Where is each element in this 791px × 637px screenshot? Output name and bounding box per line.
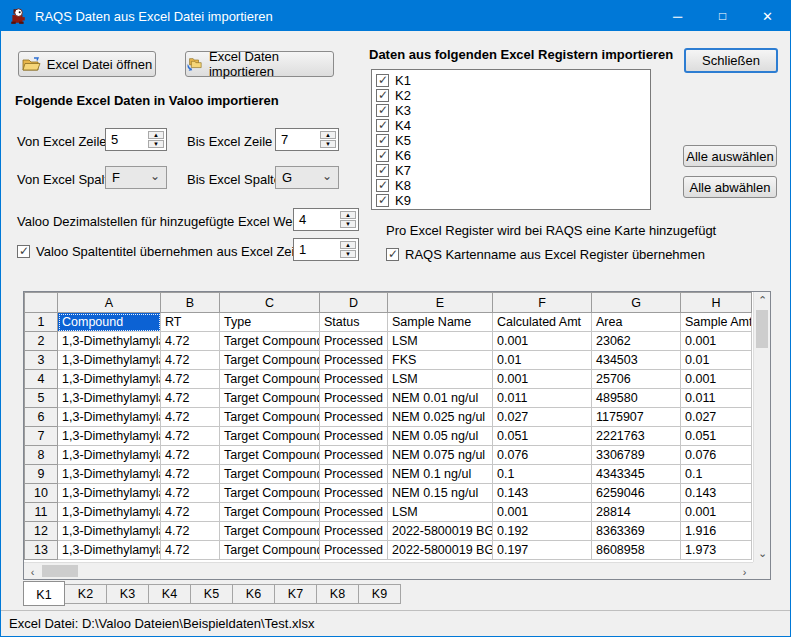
row-header-9[interactable]: 9 bbox=[25, 465, 58, 484]
checkbox-icon[interactable] bbox=[376, 89, 389, 102]
minimize-button[interactable]: ─ bbox=[655, 1, 700, 31]
grid-cell[interactable]: 0.051 bbox=[681, 427, 752, 446]
grid-cell[interactable]: 1,3-Dimethylamylamin bbox=[58, 389, 161, 408]
sheet-tab-k1[interactable]: K1 bbox=[23, 581, 65, 606]
bis-excel-spalte-combobox[interactable]: G ⌄ bbox=[275, 166, 339, 189]
grid-cell[interactable]: 4.72 bbox=[161, 503, 220, 522]
checkbox-icon[interactable] bbox=[376, 104, 389, 117]
grid-cell[interactable]: LSM bbox=[388, 370, 493, 389]
spin-down-icon[interactable]: ▼ bbox=[340, 220, 356, 228]
grid-cell[interactable]: NEM 0.01 ng/ul bbox=[388, 389, 493, 408]
register-item-k5[interactable]: K5 bbox=[376, 133, 646, 148]
grid-cell[interactable]: NEM 0.025 ng/ul bbox=[388, 408, 493, 427]
grid-cell[interactable]: 0.01 bbox=[493, 351, 592, 370]
grid-cell[interactable]: 0.027 bbox=[493, 408, 592, 427]
row-header-7[interactable]: 7 bbox=[25, 427, 58, 446]
checkbox-icon[interactable] bbox=[376, 164, 389, 177]
open-excel-file-button[interactable]: Excel Datei öffnen bbox=[18, 51, 156, 77]
sheet-tab-k2[interactable]: K2 bbox=[65, 584, 107, 604]
column-header-d[interactable]: D bbox=[320, 293, 388, 313]
grid-cell[interactable]: 0.001 bbox=[681, 503, 752, 522]
register-item-k7[interactable]: K7 bbox=[376, 163, 646, 178]
grid-cell[interactable]: Sample Amt bbox=[681, 313, 752, 332]
grid-cell[interactable]: Sample Name bbox=[388, 313, 493, 332]
grid-cell[interactable]: 4.72 bbox=[161, 408, 220, 427]
grid-cell[interactable]: 3306789 bbox=[592, 446, 681, 465]
row-header-12[interactable]: 12 bbox=[25, 522, 58, 541]
grid-cell[interactable]: Status bbox=[320, 313, 388, 332]
grid-cell[interactable]: 2022-5800019 BG I 1 bbox=[388, 522, 493, 541]
grid-cell[interactable]: 1,3-Dimethylamylamin bbox=[58, 484, 161, 503]
grid-cell[interactable]: 1,3-Dimethylamylamin bbox=[58, 332, 161, 351]
grid-cell[interactable]: Processed bbox=[320, 370, 388, 389]
spin-up-icon[interactable]: ▲ bbox=[340, 211, 356, 219]
grid-cell[interactable]: FKS bbox=[388, 351, 493, 370]
von-excel-zeile-value[interactable]: 5 bbox=[111, 132, 118, 147]
maximize-button[interactable]: □ bbox=[700, 1, 745, 31]
grid-cell[interactable]: 4.72 bbox=[161, 332, 220, 351]
grid-cell[interactable]: Target Compound bbox=[220, 332, 320, 351]
alle-auswaehlen-button[interactable]: Alle auswählen bbox=[683, 145, 777, 167]
grid-cell[interactable]: Target Compound bbox=[220, 446, 320, 465]
grid-cell[interactable]: 0.051 bbox=[493, 427, 592, 446]
grid-cell[interactable]: 4.72 bbox=[161, 541, 220, 560]
register-item-k8[interactable]: K8 bbox=[376, 178, 646, 193]
grid-cell[interactable]: 0.001 bbox=[493, 332, 592, 351]
column-header-e[interactable]: E bbox=[388, 293, 493, 313]
spin-up-icon[interactable]: ▲ bbox=[148, 131, 164, 139]
row-header-2[interactable]: 2 bbox=[25, 332, 58, 351]
grid-cell[interactable]: 0.001 bbox=[493, 503, 592, 522]
grid-cell[interactable]: 1.916 bbox=[681, 522, 752, 541]
grid-cell[interactable]: 4.72 bbox=[161, 446, 220, 465]
grid-cell[interactable]: Processed bbox=[320, 408, 388, 427]
register-item-k3[interactable]: K3 bbox=[376, 103, 646, 118]
spin-down-icon[interactable]: ▼ bbox=[148, 140, 164, 148]
schliessen-button[interactable]: Schließen bbox=[684, 48, 778, 73]
row-header-3[interactable]: 3 bbox=[25, 351, 58, 370]
spaltentitel-zeile-value[interactable]: 1 bbox=[299, 242, 306, 257]
register-item-k4[interactable]: K4 bbox=[376, 118, 646, 133]
register-item-k2[interactable]: K2 bbox=[376, 88, 646, 103]
grid-cell[interactable]: 0.076 bbox=[493, 446, 592, 465]
register-item-k1[interactable]: K1 bbox=[376, 73, 646, 88]
spin-up-icon[interactable]: ▲ bbox=[340, 241, 356, 249]
grid-cell[interactable]: 1,3-Dimethylamylamin bbox=[58, 427, 161, 446]
vertical-scroll-thumb[interactable] bbox=[756, 310, 768, 348]
horizontal-scroll-thumb[interactable] bbox=[42, 565, 78, 577]
grid-cell[interactable]: 1,3-Dimethylamylamin bbox=[58, 370, 161, 389]
kartenname-checkbox-row[interactable]: RAQS Kartenname aus Excel Register übern… bbox=[386, 247, 705, 262]
register-list[interactable]: K1K2K3K4K5K6K7K8K9 bbox=[371, 69, 651, 210]
grid-cell[interactable]: 0.197 bbox=[493, 541, 592, 560]
checkbox-icon[interactable] bbox=[376, 134, 389, 147]
grid-cell[interactable]: 0.1 bbox=[681, 465, 752, 484]
sheet-tab-k4[interactable]: K4 bbox=[149, 584, 191, 604]
row-header-1[interactable]: 1 bbox=[25, 313, 58, 332]
grid-cell[interactable]: NEM 0.1 ng/ul bbox=[388, 465, 493, 484]
grid-cell[interactable]: 0.192 bbox=[493, 522, 592, 541]
import-excel-data-button[interactable]: Excel Daten importieren bbox=[185, 51, 334, 77]
dezimalstellen-spinner[interactable]: 4 ▲ ▼ bbox=[293, 208, 359, 231]
grid-cell[interactable]: 0.001 bbox=[493, 370, 592, 389]
grid-cell[interactable]: 1,3-Dimethylamylamin bbox=[58, 503, 161, 522]
column-header-f[interactable]: F bbox=[493, 293, 592, 313]
grid-cell[interactable]: Target Compound bbox=[220, 541, 320, 560]
grid-cell[interactable]: Target Compound bbox=[220, 503, 320, 522]
grid-cell[interactable]: 1,3-Dimethylamylamin bbox=[58, 408, 161, 427]
grid-corner[interactable] bbox=[25, 293, 58, 313]
spin-down-icon[interactable]: ▼ bbox=[320, 140, 336, 148]
grid-cell[interactable]: 6259046 bbox=[592, 484, 681, 503]
grid-cell[interactable]: 0.143 bbox=[681, 484, 752, 503]
row-header-10[interactable]: 10 bbox=[25, 484, 58, 503]
grid-cell[interactable]: Processed bbox=[320, 541, 388, 560]
checkbox-icon[interactable] bbox=[376, 74, 389, 87]
grid-cell[interactable]: Processed bbox=[320, 522, 388, 541]
grid-cell[interactable]: 4343345 bbox=[592, 465, 681, 484]
grid-cell[interactable]: 4.72 bbox=[161, 370, 220, 389]
grid-cell[interactable]: Target Compound bbox=[220, 351, 320, 370]
sheet-tab-k7[interactable]: K7 bbox=[275, 584, 317, 604]
grid-cell[interactable]: NEM 0.05 ng/ul bbox=[388, 427, 493, 446]
grid-cell[interactable]: 1,3-Dimethylamylamin bbox=[58, 465, 161, 484]
grid-cell[interactable]: 1,3-Dimethylamylamin bbox=[58, 541, 161, 560]
grid-cell[interactable]: Processed bbox=[320, 465, 388, 484]
grid-cell[interactable]: 0.01 bbox=[681, 351, 752, 370]
